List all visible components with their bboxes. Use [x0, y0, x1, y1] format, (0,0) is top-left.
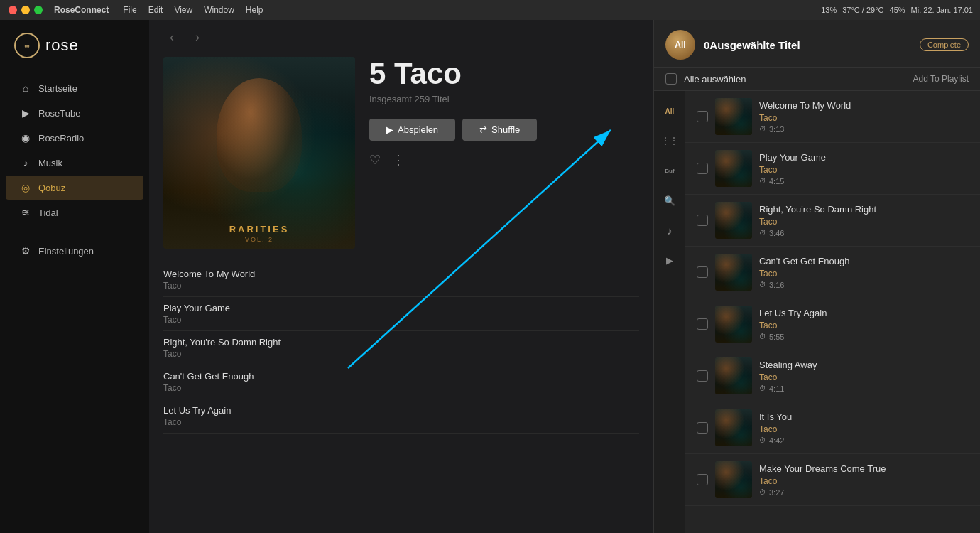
- menu-bar: File Edit View Window Help: [123, 5, 263, 15]
- clock-icon: ⏱: [759, 281, 766, 289]
- panel-track-item-0[interactable]: Welcome To My World Taco ⏱ 3:13: [685, 91, 980, 143]
- panel-track-item-1[interactable]: Play Your Game Taco ⏱ 4:15: [685, 143, 980, 195]
- forward-arrow[interactable]: ›: [189, 28, 206, 45]
- sidebar-item-rosetube[interactable]: ▶ RoseTube: [6, 101, 143, 125]
- minimize-button[interactable]: [21, 6, 30, 14]
- more-options-icon[interactable]: ⋮: [392, 152, 405, 168]
- music-note-icon[interactable]: ♪: [655, 216, 684, 244]
- clock-icon: ⏱: [759, 436, 766, 444]
- sidebar-item-roseradio[interactable]: ◉ RoseRadio: [6, 126, 143, 150]
- youtube-icon[interactable]: ▶: [655, 246, 684, 274]
- search-icon[interactable]: 🔍: [655, 186, 684, 215]
- track-checkbox-5[interactable]: [697, 370, 708, 382]
- shuffle-icon: ⇄: [479, 124, 487, 135]
- track-artist-5: Taco: [759, 372, 969, 382]
- menu-edit[interactable]: Edit: [148, 5, 163, 15]
- track-checkbox-1[interactable]: [697, 163, 708, 174]
- track-artist-0: Taco: [759, 113, 969, 123]
- main-track-item[interactable]: Let Us Try Again Taco: [163, 399, 639, 434]
- track-checkbox-7[interactable]: [697, 474, 708, 485]
- maximize-button[interactable]: [34, 6, 43, 14]
- track-checkbox-6[interactable]: [697, 422, 708, 434]
- titlebar-status: 13% 37°C / 29°C 45% Mi. 22. Jan. 17:01: [821, 6, 973, 14]
- track-title-0: Welcome To My World: [759, 100, 969, 111]
- panel-track-item-4[interactable]: Let Us Try Again Taco ⏱ 5:55: [685, 298, 980, 350]
- track-thumb-1: [715, 150, 752, 187]
- tidal-icon: ≋: [20, 207, 31, 218]
- main-track-artist-1: Taco: [163, 315, 639, 325]
- sidebar-item-qobuz[interactable]: ◎ Qobuz: [6, 176, 143, 200]
- panel-track-item-6[interactable]: It Is You Taco ⏱ 4:42: [685, 402, 980, 454]
- select-all-checkbox[interactable]: [665, 73, 677, 85]
- track-thumb-0: [715, 98, 752, 135]
- add-to-playlist-button[interactable]: Add To Playlist: [913, 74, 969, 84]
- sidebar-item-einstellungen[interactable]: ⚙ Einstellungen: [6, 239, 143, 263]
- heart-icon[interactable]: ♡: [369, 152, 381, 168]
- panel-body: All ⋮⋮ Buf 🔍 ♪ ▶ Welcome To My World: [654, 91, 980, 533]
- nav-arrows: ‹ ›: [149, 20, 653, 50]
- track-checkbox-3[interactable]: [697, 266, 708, 278]
- track-info-2: Right, You're So Damn Right Taco ⏱ 3:46: [759, 204, 969, 237]
- sidebar-item-tidal[interactable]: ≋ Tidal: [6, 200, 143, 225]
- track-duration-6: ⏱ 4:42: [759, 436, 969, 445]
- main-track-item[interactable]: Welcome To My World Taco: [163, 263, 639, 297]
- main-track-item[interactable]: Right, You're So Damn Right Taco: [163, 331, 639, 365]
- play-button[interactable]: ▶ Abspielen: [369, 119, 455, 141]
- menu-help[interactable]: Help: [246, 5, 263, 15]
- track-checkbox-4[interactable]: [697, 318, 708, 330]
- main-track-title-4: Let Us Try Again: [163, 405, 639, 416]
- menu-window[interactable]: Window: [204, 5, 234, 15]
- track-thumb-3: [715, 254, 752, 291]
- shuffle-label: Shuffle: [491, 124, 520, 135]
- sidebar-item-startseite[interactable]: ⌂ Startseite: [6, 76, 143, 100]
- menu-file[interactable]: File: [123, 5, 136, 15]
- panel-track-item-3[interactable]: Can't Get Get Enough Taco ⏱ 3:16: [685, 247, 980, 298]
- sidebar-label-rosetube: RoseTube: [38, 108, 81, 119]
- temperature: 37°C / 29°C: [842, 6, 883, 14]
- track-info-5: Stealing Away Taco ⏱ 4:11: [759, 360, 969, 393]
- main-track-item[interactable]: Play Your Game Taco: [163, 297, 639, 331]
- track-checkbox-0[interactable]: [697, 111, 708, 122]
- all-tracks-icon[interactable]: All: [655, 97, 684, 125]
- panel-header: All 0Ausgewählte Titel Complete: [654, 20, 980, 68]
- panel-track-item-7[interactable]: Make Your Dreams Come True Taco ⏱ 3:27: [685, 454, 980, 506]
- track-artist-3: Taco: [759, 269, 969, 279]
- track-title-3: Can't Get Get Enough: [759, 256, 969, 266]
- main-track-title-3: Can't Get Get Enough: [163, 371, 639, 382]
- logo-text: rose: [45, 36, 79, 55]
- play-icon: ▶: [20, 107, 31, 119]
- track-info-6: It Is You Taco ⏱ 4:42: [759, 411, 969, 445]
- radio-icon: ◉: [20, 132, 31, 144]
- sidebar: ∞ rose ⌂ Startseite ▶ RoseTube ◉ RoseRad…: [0, 20, 149, 533]
- datetime: Mi. 22. Jan. 17:01: [911, 6, 973, 14]
- clock-icon: ⏱: [759, 333, 766, 340]
- main-track-title-0: Welcome To My World: [163, 269, 639, 279]
- track-artist-6: Taco: [759, 424, 969, 434]
- album-title: 5 Taco: [369, 57, 625, 91]
- track-thumb-6: [715, 409, 752, 446]
- album-art: RARITIES VOL. 2: [163, 57, 355, 249]
- album-info: 5 Taco Insgesamt 259 Titel ▶ Abspielen ⇄…: [355, 57, 639, 168]
- main-content: ‹ › RARITIES VOL. 2 5 Taco Insgesamt 259…: [149, 20, 653, 533]
- select-all-label: Alle auswählen: [684, 74, 906, 85]
- sidebar-label-qobuz: Qobuz: [38, 183, 65, 193]
- main-track-artist-0: Taco: [163, 281, 639, 291]
- shuffle-button[interactable]: ⇄ Shuffle: [462, 119, 537, 141]
- track-checkbox-2[interactable]: [697, 215, 708, 226]
- panel-track-item-2[interactable]: Right, You're So Damn Right Taco ⏱ 3:46: [685, 195, 980, 247]
- close-button[interactable]: [9, 6, 17, 14]
- right-panel: All 0Ausgewählte Titel Complete Alle aus…: [653, 20, 980, 533]
- sidebar-nav: ⌂ Startseite ▶ RoseTube ◉ RoseRadio ♪ Mu…: [0, 70, 149, 533]
- panel-track-list: Welcome To My World Taco ⏱ 3:13: [685, 91, 980, 533]
- main-track-artist-4: Taco: [163, 417, 639, 427]
- menu-view[interactable]: View: [174, 5, 192, 15]
- panel-track-item-5[interactable]: Stealing Away Taco ⏱ 4:11: [685, 350, 980, 402]
- album-art-inner: [163, 57, 355, 249]
- queue-icon[interactable]: ⋮⋮: [655, 126, 684, 155]
- buffer-icon[interactable]: Buf: [655, 156, 684, 185]
- main-track-item[interactable]: Can't Get Get Enough Taco: [163, 365, 639, 399]
- track-info-3: Can't Get Get Enough Taco ⏱ 3:16: [759, 256, 969, 289]
- sidebar-item-musik[interactable]: ♪ Musik: [6, 151, 143, 175]
- track-info-0: Welcome To My World Taco ⏱ 3:13: [759, 100, 969, 134]
- back-arrow[interactable]: ‹: [163, 28, 180, 45]
